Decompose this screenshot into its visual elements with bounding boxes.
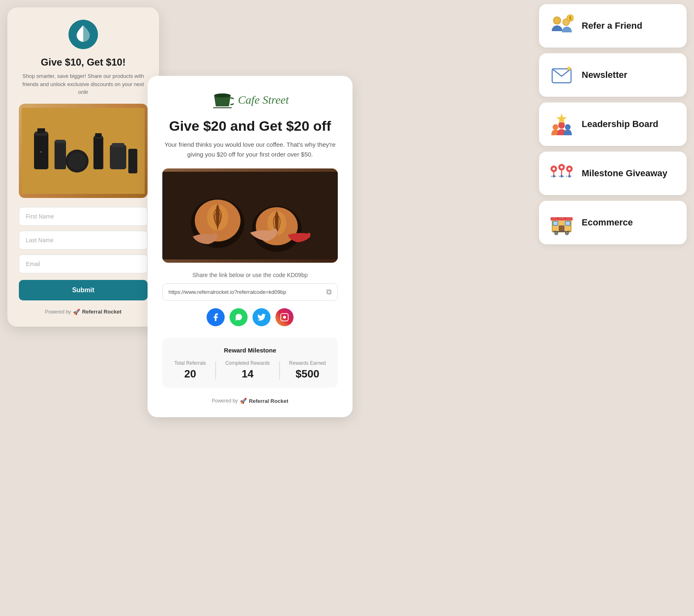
svg-rect-18 xyxy=(162,172,338,259)
completed-rewards-label: Completed Rewards xyxy=(225,360,270,366)
completed-rewards-stat: Completed Rewards 14 xyxy=(225,360,270,380)
total-referrals-label: Total Referrals xyxy=(174,360,206,366)
leadership-board-icon xyxy=(549,111,574,137)
rewards-earned-label: Rewards Earned xyxy=(289,360,325,366)
svg-rect-55 xyxy=(565,221,570,225)
svg-rect-4 xyxy=(37,128,45,133)
stat-divider-2 xyxy=(279,361,280,380)
newsletter-label: Newsletter xyxy=(582,70,627,80)
whatsapp-share-button[interactable] xyxy=(230,308,248,326)
svg-rect-15 xyxy=(128,149,137,173)
email-input[interactable] xyxy=(19,255,148,273)
svg-point-35 xyxy=(558,122,565,129)
ecommerce-label: Ecommerce xyxy=(582,217,633,228)
copy-link-button[interactable]: ⧉ xyxy=(321,284,337,300)
svg-point-36 xyxy=(565,124,571,130)
svg-rect-7 xyxy=(55,140,65,143)
middle-card-headline: Give $20 and Get $20 off xyxy=(169,118,331,134)
right-sidebar: $ Refer a Friend Newsletter xyxy=(539,4,687,244)
sidebar-item-newsletter[interactable]: Newsletter xyxy=(539,53,687,97)
sidebar-item-milestone-giveaway[interactable]: Milestone Giveaway xyxy=(539,152,687,195)
product-illustration: ● xyxy=(22,108,145,194)
middle-powered-by: Powered by 🚀 Referral Rocket xyxy=(212,398,288,404)
brand-logo-icon xyxy=(68,20,98,49)
svg-rect-10 xyxy=(93,136,103,169)
svg-rect-12 xyxy=(95,133,102,137)
first-name-input[interactable] xyxy=(19,207,148,226)
ecommerce-icon xyxy=(549,210,574,235)
completed-rewards-value: 14 xyxy=(225,368,270,380)
facebook-share-button[interactable] xyxy=(207,308,225,326)
rewards-earned-value: $500 xyxy=(289,368,325,380)
total-referrals-stat: Total Referrals 20 xyxy=(174,360,206,380)
svg-point-38 xyxy=(553,168,555,170)
total-referrals-value: 20 xyxy=(174,368,206,380)
middle-card-description: Your friend thinks you would love our co… xyxy=(162,140,338,159)
svg-point-42 xyxy=(568,168,571,170)
cafe-cup-icon xyxy=(211,91,234,109)
product-image: ● xyxy=(19,104,148,198)
svg-text:$: $ xyxy=(569,16,571,20)
middle-referral-card: Cafe Street Give $20 and Get $20 off You… xyxy=(148,76,353,417)
svg-rect-53 xyxy=(559,225,564,232)
reward-section-title: Reward Milestone xyxy=(170,347,330,354)
cafe-logo: Cafe Street xyxy=(211,91,289,109)
svg-point-9 xyxy=(68,152,86,170)
svg-point-46 xyxy=(553,175,555,177)
submit-button[interactable]: Submit xyxy=(19,280,148,300)
sidebar-item-ecommerce[interactable]: Ecommerce xyxy=(539,201,687,244)
milestone-giveaway-icon xyxy=(549,161,574,186)
svg-point-56 xyxy=(555,232,558,235)
reward-stats-row: Total Referrals 20 Completed Rewards 14 … xyxy=(170,360,330,380)
rewards-earned-stat: Rewards Earned $500 xyxy=(289,360,325,380)
svg-point-34 xyxy=(553,124,558,130)
reward-milestone-section: Reward Milestone Total Referrals 20 Comp… xyxy=(162,338,338,388)
left-card-headline: Give $10, Get $10! xyxy=(41,57,126,68)
milestone-giveaway-label: Milestone Giveaway xyxy=(582,168,667,179)
svg-point-27 xyxy=(553,17,561,24)
left-referral-card: Give $10, Get $10! Shop smarter, save bi… xyxy=(7,7,159,327)
svg-rect-6 xyxy=(55,141,66,169)
share-instruction: Share the link below or use the code KD0… xyxy=(193,272,308,278)
coffee-art-illustration xyxy=(162,168,338,263)
social-share-row xyxy=(207,308,294,326)
share-link-input[interactable] xyxy=(163,284,321,300)
svg-rect-13 xyxy=(110,145,126,169)
svg-text:●: ● xyxy=(40,150,42,154)
svg-rect-50 xyxy=(551,217,573,220)
svg-point-40 xyxy=(560,166,563,168)
refer-friend-icon: $ xyxy=(549,13,574,39)
refer-friend-label: Refer a Friend xyxy=(582,20,642,31)
instagram-share-button[interactable] xyxy=(275,308,294,326)
twitter-share-button[interactable] xyxy=(253,308,271,326)
sidebar-item-refer-friend[interactable]: $ Refer a Friend xyxy=(539,4,687,48)
svg-point-16 xyxy=(214,93,231,98)
coffee-image xyxy=(162,168,338,263)
svg-point-57 xyxy=(565,232,569,235)
powered-by-label: Powered by 🚀 Referral Rocket xyxy=(45,309,121,315)
left-card-subtext: Shop smarter, save bigger! Share our pro… xyxy=(19,72,148,96)
cafe-name-label: Cafe Street xyxy=(238,93,289,107)
sidebar-item-leadership-board[interactable]: Leadership Board xyxy=(539,102,687,146)
stat-divider-1 xyxy=(215,361,216,380)
last-name-input[interactable] xyxy=(19,231,148,250)
leadership-board-label: Leadership Board xyxy=(582,119,658,130)
rocket-icon: 🚀 xyxy=(73,309,80,315)
svg-rect-54 xyxy=(553,221,558,225)
newsletter-icon xyxy=(549,62,574,88)
svg-point-47 xyxy=(560,175,563,177)
middle-rocket-icon: 🚀 xyxy=(240,398,247,404)
svg-point-48 xyxy=(568,175,571,177)
share-link-container: ⧉ xyxy=(162,283,338,301)
svg-rect-14 xyxy=(112,143,124,147)
